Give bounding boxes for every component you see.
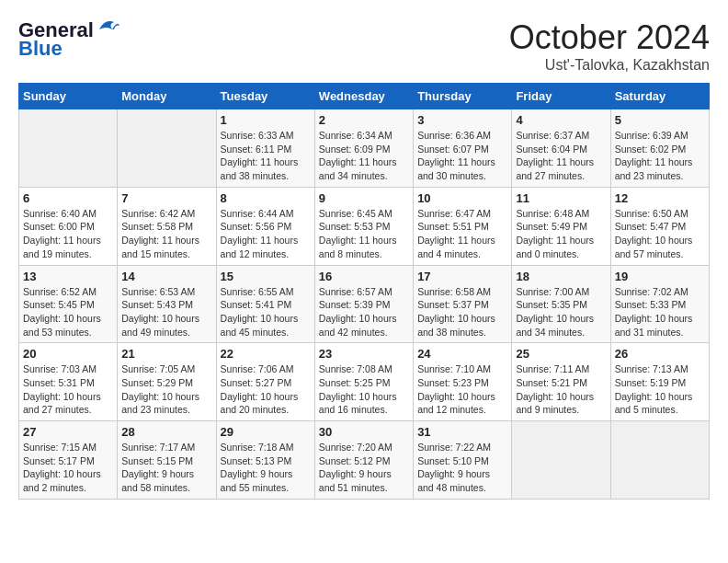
calendar-cell: 8Sunrise: 6:44 AM Sunset: 5:56 PM Daylig… xyxy=(216,187,314,265)
day-number: 1 xyxy=(221,113,311,127)
day-info: Sunrise: 7:06 AM Sunset: 5:27 PM Dayligh… xyxy=(221,362,311,417)
header: General Blue October 2024 Ust'-Talovka, … xyxy=(18,18,710,74)
calendar-cell: 19Sunrise: 7:02 AM Sunset: 5:33 PM Dayli… xyxy=(610,265,709,343)
calendar-cell: 6Sunrise: 6:40 AM Sunset: 6:00 PM Daylig… xyxy=(19,187,118,265)
week-row-2: 6Sunrise: 6:40 AM Sunset: 6:00 PM Daylig… xyxy=(19,187,710,265)
calendar-cell: 20Sunrise: 7:03 AM Sunset: 5:31 PM Dayli… xyxy=(19,343,118,421)
calendar-cell: 3Sunrise: 6:36 AM Sunset: 6:07 PM Daylig… xyxy=(414,109,512,188)
weekday-header-sunday: Sunday xyxy=(19,84,118,109)
day-info: Sunrise: 6:50 AM Sunset: 5:47 PM Dayligh… xyxy=(615,207,705,261)
day-info: Sunrise: 6:39 AM Sunset: 6:02 PM Dayligh… xyxy=(615,129,705,183)
bird-icon xyxy=(96,17,121,37)
calendar-cell: 23Sunrise: 7:08 AM Sunset: 5:25 PM Dayli… xyxy=(314,343,413,421)
calendar-cell: 25Sunrise: 7:11 AM Sunset: 5:21 PM Dayli… xyxy=(512,343,610,421)
day-number: 2 xyxy=(319,113,409,127)
day-info: Sunrise: 7:05 AM Sunset: 5:29 PM Dayligh… xyxy=(121,362,211,417)
day-number: 21 xyxy=(121,347,211,361)
day-number: 14 xyxy=(121,270,211,283)
day-number: 11 xyxy=(516,191,606,205)
calendar-cell: 17Sunrise: 6:58 AM Sunset: 5:37 PM Dayli… xyxy=(414,265,512,343)
weekday-header-wednesday: Wednesday xyxy=(314,84,413,109)
day-number: 23 xyxy=(319,347,409,361)
day-number: 30 xyxy=(319,425,409,439)
day-info: Sunrise: 7:10 AM Sunset: 5:23 PM Dayligh… xyxy=(417,362,507,417)
calendar-cell: 16Sunrise: 6:57 AM Sunset: 5:39 PM Dayli… xyxy=(314,265,413,343)
logo: General Blue xyxy=(18,18,121,61)
day-info: Sunrise: 6:40 AM Sunset: 6:00 PM Dayligh… xyxy=(23,207,113,261)
day-info: Sunrise: 6:48 AM Sunset: 5:49 PM Dayligh… xyxy=(516,207,606,261)
day-number: 25 xyxy=(516,347,606,361)
day-number: 20 xyxy=(23,347,113,361)
weekday-header-monday: Monday xyxy=(118,84,216,109)
week-row-3: 13Sunrise: 6:52 AM Sunset: 5:45 PM Dayli… xyxy=(19,265,710,343)
day-number: 27 xyxy=(23,425,113,439)
day-number: 3 xyxy=(417,113,507,127)
day-info: Sunrise: 7:13 AM Sunset: 5:19 PM Dayligh… xyxy=(615,362,705,417)
day-number: 13 xyxy=(23,270,113,283)
calendar-cell: 2Sunrise: 6:34 AM Sunset: 6:09 PM Daylig… xyxy=(314,109,413,188)
calendar-cell: 30Sunrise: 7:20 AM Sunset: 5:12 PM Dayli… xyxy=(314,421,413,500)
day-info: Sunrise: 7:20 AM Sunset: 5:12 PM Dayligh… xyxy=(319,441,409,495)
day-info: Sunrise: 7:18 AM Sunset: 5:13 PM Dayligh… xyxy=(221,441,311,495)
calendar-cell xyxy=(118,109,216,188)
day-number: 5 xyxy=(615,113,705,127)
calendar-cell: 5Sunrise: 6:39 AM Sunset: 6:02 PM Daylig… xyxy=(610,109,709,188)
calendar-cell xyxy=(19,109,118,188)
day-number: 16 xyxy=(319,270,409,283)
day-info: Sunrise: 6:33 AM Sunset: 6:11 PM Dayligh… xyxy=(221,129,311,183)
day-info: Sunrise: 6:57 AM Sunset: 5:39 PM Dayligh… xyxy=(319,285,409,339)
calendar-table: SundayMondayTuesdayWednesdayThursdayFrid… xyxy=(18,83,710,500)
day-info: Sunrise: 6:55 AM Sunset: 5:41 PM Dayligh… xyxy=(221,285,311,339)
week-row-4: 20Sunrise: 7:03 AM Sunset: 5:31 PM Dayli… xyxy=(19,343,710,421)
calendar-cell: 7Sunrise: 6:42 AM Sunset: 5:58 PM Daylig… xyxy=(118,187,216,265)
day-number: 18 xyxy=(516,270,606,283)
weekday-header-friday: Friday xyxy=(512,84,610,109)
day-number: 12 xyxy=(615,191,705,205)
day-info: Sunrise: 6:58 AM Sunset: 5:37 PM Dayligh… xyxy=(417,285,507,339)
calendar-cell: 11Sunrise: 6:48 AM Sunset: 5:49 PM Dayli… xyxy=(512,187,610,265)
week-row-5: 27Sunrise: 7:15 AM Sunset: 5:17 PM Dayli… xyxy=(19,421,710,500)
calendar-cell: 1Sunrise: 6:33 AM Sunset: 6:11 PM Daylig… xyxy=(216,109,314,188)
week-row-1: 1Sunrise: 6:33 AM Sunset: 6:11 PM Daylig… xyxy=(19,109,710,188)
calendar-cell: 13Sunrise: 6:52 AM Sunset: 5:45 PM Dayli… xyxy=(19,265,118,343)
calendar-cell: 29Sunrise: 7:18 AM Sunset: 5:13 PM Dayli… xyxy=(216,421,314,500)
day-number: 26 xyxy=(615,347,705,361)
day-info: Sunrise: 6:44 AM Sunset: 5:56 PM Dayligh… xyxy=(221,207,311,261)
weekday-header-row: SundayMondayTuesdayWednesdayThursdayFrid… xyxy=(19,84,710,109)
day-number: 4 xyxy=(516,113,606,127)
calendar-cell: 14Sunrise: 6:53 AM Sunset: 5:43 PM Dayli… xyxy=(118,265,216,343)
day-number: 29 xyxy=(221,425,311,439)
weekday-header-tuesday: Tuesday xyxy=(216,84,314,109)
day-number: 17 xyxy=(417,270,507,283)
day-number: 31 xyxy=(417,425,507,439)
calendar-cell xyxy=(512,421,610,500)
day-number: 19 xyxy=(615,270,705,283)
calendar-cell: 26Sunrise: 7:13 AM Sunset: 5:19 PM Dayli… xyxy=(610,343,709,421)
title-area: October 2024 Ust'-Talovka, Kazakhstan xyxy=(509,18,710,74)
day-info: Sunrise: 6:53 AM Sunset: 5:43 PM Dayligh… xyxy=(121,285,211,339)
day-info: Sunrise: 6:42 AM Sunset: 5:58 PM Dayligh… xyxy=(121,207,211,261)
day-number: 7 xyxy=(121,191,211,205)
day-info: Sunrise: 6:47 AM Sunset: 5:51 PM Dayligh… xyxy=(417,207,507,261)
day-number: 24 xyxy=(417,347,507,361)
logo-blue: Blue xyxy=(18,37,63,61)
day-info: Sunrise: 7:03 AM Sunset: 5:31 PM Dayligh… xyxy=(23,362,113,417)
day-number: 6 xyxy=(23,191,113,205)
calendar-cell: 9Sunrise: 6:45 AM Sunset: 5:53 PM Daylig… xyxy=(314,187,413,265)
calendar-cell: 22Sunrise: 7:06 AM Sunset: 5:27 PM Dayli… xyxy=(216,343,314,421)
day-number: 22 xyxy=(221,347,311,361)
day-info: Sunrise: 6:36 AM Sunset: 6:07 PM Dayligh… xyxy=(417,129,507,183)
day-number: 10 xyxy=(417,191,507,205)
calendar-cell: 12Sunrise: 6:50 AM Sunset: 5:47 PM Dayli… xyxy=(610,187,709,265)
day-info: Sunrise: 7:15 AM Sunset: 5:17 PM Dayligh… xyxy=(23,441,113,495)
day-number: 9 xyxy=(319,191,409,205)
calendar-subtitle: Ust'-Talovka, Kazakhstan xyxy=(509,57,710,74)
calendar-cell: 10Sunrise: 6:47 AM Sunset: 5:51 PM Dayli… xyxy=(414,187,512,265)
day-number: 15 xyxy=(221,270,311,283)
day-info: Sunrise: 6:52 AM Sunset: 5:45 PM Dayligh… xyxy=(23,285,113,339)
day-number: 28 xyxy=(121,425,211,439)
day-info: Sunrise: 7:22 AM Sunset: 5:10 PM Dayligh… xyxy=(417,441,507,495)
calendar-cell: 18Sunrise: 7:00 AM Sunset: 5:35 PM Dayli… xyxy=(512,265,610,343)
day-info: Sunrise: 7:02 AM Sunset: 5:33 PM Dayligh… xyxy=(615,285,705,339)
calendar-cell xyxy=(610,421,709,500)
